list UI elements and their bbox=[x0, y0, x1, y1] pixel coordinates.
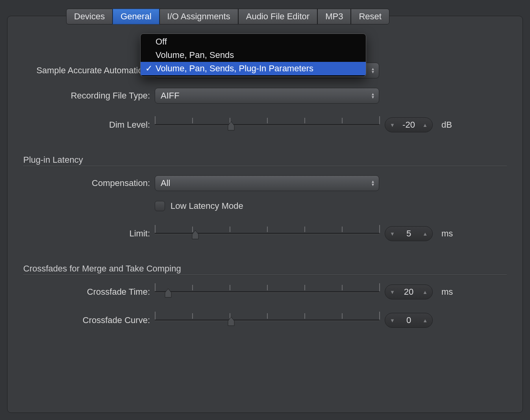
compensation-value: All bbox=[161, 178, 170, 188]
crossfade-curve-stepper[interactable]: ▼ 0 ▲ bbox=[385, 313, 433, 328]
tab-general[interactable]: General bbox=[113, 9, 159, 24]
crossfade-curve-label: Crossfade Curve: bbox=[23, 315, 155, 325]
dim-level-label: Dim Level: bbox=[23, 120, 155, 130]
stepper-up-icon[interactable]: ▲ bbox=[423, 318, 428, 323]
section-crossfades: Crossfades for Merge and Take Comping bbox=[23, 264, 507, 274]
dim-level-unit: dB bbox=[438, 120, 458, 130]
recording-file-type-label: Recording File Type: bbox=[23, 91, 155, 101]
dim-level-thumb[interactable] bbox=[227, 121, 235, 131]
dim-level-stepper[interactable]: ▼ -20 ▲ bbox=[385, 117, 433, 132]
recording-file-type-value: AIFF bbox=[161, 91, 180, 101]
crossfade-curve-thumb[interactable] bbox=[227, 316, 235, 327]
crossfade-time-value: 20 bbox=[404, 287, 413, 297]
select-arrows-icon: ▲▼ bbox=[371, 180, 375, 186]
limit-value: 5 bbox=[406, 229, 411, 239]
limit-slider[interactable] bbox=[155, 226, 379, 242]
low-latency-label: Low Latency Mode bbox=[170, 201, 243, 211]
select-arrows-icon: ▲▼ bbox=[371, 67, 375, 74]
limit-label: Limit: bbox=[23, 229, 155, 239]
compensation-select[interactable]: All ▲▼ bbox=[155, 175, 379, 191]
stepper-up-icon[interactable]: ▲ bbox=[423, 231, 428, 237]
stepper-down-icon[interactable]: ▼ bbox=[390, 318, 395, 323]
limit-thumb[interactable] bbox=[191, 230, 199, 240]
tab-bar: Devices General I/O Assignments Audio Fi… bbox=[66, 9, 389, 24]
dim-level-slider[interactable] bbox=[155, 117, 379, 133]
limit-unit: ms bbox=[438, 229, 458, 239]
stepper-down-icon[interactable]: ▼ bbox=[390, 289, 395, 295]
crossfade-time-unit: ms bbox=[438, 287, 458, 297]
recording-file-type-select[interactable]: AIFF ▲▼ bbox=[155, 88, 379, 104]
low-latency-checkbox[interactable] bbox=[155, 201, 165, 211]
dim-level-value: -20 bbox=[402, 120, 415, 130]
stepper-up-icon[interactable]: ▲ bbox=[423, 122, 428, 128]
tab-devices[interactable]: Devices bbox=[66, 9, 113, 24]
tab-audio-file-editor[interactable]: Audio File Editor bbox=[238, 9, 317, 24]
section-divider bbox=[23, 275, 507, 275]
compensation-label: Compensation: bbox=[23, 178, 155, 188]
crossfade-time-thumb[interactable] bbox=[164, 288, 172, 298]
tab-reset[interactable]: Reset bbox=[351, 9, 389, 24]
limit-stepper[interactable]: ▼ 5 ▲ bbox=[385, 226, 433, 241]
crossfade-time-label: Crossfade Time: bbox=[23, 287, 155, 297]
tab-mp3[interactable]: MP3 bbox=[317, 9, 351, 24]
tab-io-assignments[interactable]: I/O Assignments bbox=[159, 9, 238, 24]
section-divider bbox=[23, 166, 507, 167]
crossfade-time-stepper[interactable]: ▼ 20 ▲ bbox=[385, 284, 433, 299]
crossfade-curve-slider[interactable] bbox=[155, 312, 379, 328]
menu-item-volume-pan-sends[interactable]: Volume, Pan, Sends bbox=[141, 48, 366, 62]
menu-item-off[interactable]: Off bbox=[141, 35, 366, 48]
crossfade-time-slider[interactable] bbox=[155, 284, 379, 300]
stepper-down-icon[interactable]: ▼ bbox=[390, 122, 395, 128]
section-plugin-latency: Plug-in Latency bbox=[23, 155, 507, 165]
menu-item-volume-pan-sends-plugin[interactable]: Volume, Pan, Sends, Plug-In Parameters bbox=[141, 62, 366, 75]
sample-accurate-automation-label: Sample Accurate Automation: bbox=[23, 65, 155, 76]
select-arrows-icon: ▲▼ bbox=[371, 93, 375, 99]
stepper-up-icon[interactable]: ▲ bbox=[423, 289, 428, 295]
stepper-down-icon[interactable]: ▼ bbox=[390, 231, 395, 237]
sample-accurate-automation-menu: Off Volume, Pan, Sends Volume, Pan, Send… bbox=[140, 33, 366, 77]
crossfade-curve-value: 0 bbox=[406, 315, 411, 325]
